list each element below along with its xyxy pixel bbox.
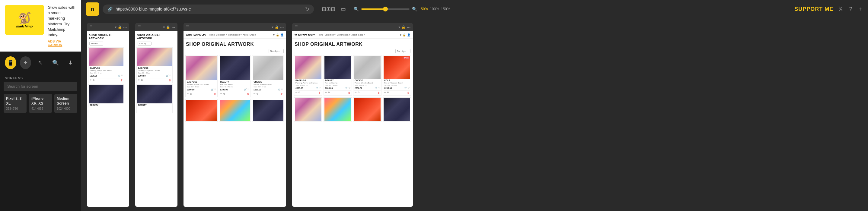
duplicate-icon-bagpuss-2[interactable]: ⧉ <box>141 79 143 82</box>
reload-button[interactable]: ↻ <box>305 6 309 12</box>
zoom-150[interactable]: 150% <box>441 7 450 11</box>
wish-btn-co4[interactable]: ♡ <box>408 87 409 89</box>
duplicate-icon-bagpuss-1[interactable]: ⧉ <box>93 79 94 82</box>
del-ch4[interactable]: 🗑 <box>378 91 380 94</box>
product-img-cola-4: SALE <box>383 56 410 79</box>
nav-shop-3[interactable]: Shop ▾ <box>250 34 256 36</box>
url-bar[interactable]: 🔗 https://8000-blue-magpie-af8xd7su.ws-e… <box>103 4 314 14</box>
dup-be3[interactable]: ⧉ <box>223 93 225 96</box>
heart-icon-1[interactable]: ♥ <box>115 25 117 29</box>
twitter-button[interactable]: 𝕏 <box>837 4 844 14</box>
nav-collection-4[interactable]: Collection ▾ <box>324 34 336 36</box>
frames-area: ☰ ♥ 🔒 ••• SHOP ORIGINALARTWORK Sort by..… <box>81 18 868 211</box>
dup-b3[interactable]: ⧉ <box>190 93 192 96</box>
tool-search-button[interactable]: 🔍 <box>50 56 61 69</box>
nav-user-4[interactable]: 👤 <box>407 33 410 36</box>
nav-commission-4[interactable]: Commission ▾ <box>337 34 350 36</box>
del-b4[interactable]: 🗑 <box>318 91 321 94</box>
cart-btn-bagpuss-1[interactable]: 🛒 <box>118 74 120 77</box>
wish-btn-b4[interactable]: ♡ <box>319 87 321 89</box>
dup-be4[interactable]: ⧉ <box>328 91 330 94</box>
cart-btn-ch3[interactable]: 🛒 <box>278 88 280 91</box>
sort-select-1[interactable]: Sort by... <box>89 42 103 45</box>
nav-heart-3[interactable]: ♥ <box>273 33 275 36</box>
dup-b4[interactable]: ⧉ <box>299 91 300 94</box>
ads-via-carbon-link[interactable]: ADS VIA CARBON <box>48 39 76 47</box>
wish-btn-be3[interactable]: ♡ <box>247 88 249 91</box>
dup-ch3[interactable]: ⧉ <box>256 93 258 96</box>
del-b3[interactable]: 🗑 <box>214 93 216 96</box>
wishlist-btn-bagpuss-2[interactable]: ♡ <box>169 74 171 77</box>
cart-btn-ch4[interactable]: 🛒 <box>375 87 378 89</box>
dots-icon-1[interactable]: ••• <box>123 25 127 29</box>
tool-phone-button[interactable]: 📱 <box>5 56 16 69</box>
cart-btn-b3[interactable]: 🛒 <box>211 88 214 91</box>
wishlist-btn-bagpuss-1[interactable]: ♡ <box>121 74 123 77</box>
sort-select-4[interactable]: Sort by... <box>395 49 410 54</box>
heart-icon-3[interactable]: ♥ <box>272 25 274 29</box>
edit-icon-bagpuss-2[interactable]: ✏ <box>138 79 140 82</box>
nav-collection-3[interactable]: Collection ▾ <box>216 34 227 36</box>
cart-btn-co4[interactable]: 🛒 <box>404 87 407 89</box>
zoom-100[interactable]: 100% <box>430 7 439 11</box>
wish-btn-ch4[interactable]: ♡ <box>378 87 380 89</box>
nav-user-3[interactable]: 👤 <box>280 33 284 36</box>
tool-download-button[interactable]: ⬇ <box>65 56 76 69</box>
sort-select-2[interactable]: Sort by... <box>137 42 152 45</box>
edit-icon-bagpuss-1[interactable]: ✏ <box>90 79 92 82</box>
hamburger-icon-2[interactable]: ☰ <box>137 25 141 29</box>
heart-icon-2[interactable]: ♥ <box>163 25 165 29</box>
screen-card-iphone[interactable]: iPhone XR, XS 414×896 <box>29 94 52 113</box>
edit-ch3[interactable]: ✏ <box>253 93 256 96</box>
nav-home-4[interactable]: Home <box>318 34 323 36</box>
product-r2d-frame4 <box>383 97 411 122</box>
zoom-50[interactable]: 50% <box>421 7 428 11</box>
del-co4[interactable]: 🗑 <box>407 91 409 94</box>
nav-home-3[interactable]: Home <box>209 34 215 36</box>
heart-icon-4[interactable]: ♥ <box>398 25 401 29</box>
tool-cursor-button[interactable]: ✦ <box>20 56 31 69</box>
screen-card-medium[interactable]: Medium Screen 1024×800 <box>54 94 77 113</box>
cart-btn-b4[interactable]: 🛒 <box>316 87 318 89</box>
delete-icon-bagpuss-1[interactable]: 🗑 <box>120 79 123 82</box>
wish-btn-ch3[interactable]: ♡ <box>281 88 283 91</box>
hamburger-icon-1[interactable]: ☰ <box>89 25 93 29</box>
nav-about-3[interactable]: About <box>243 34 248 36</box>
delete-icon-bagpuss-2[interactable]: 🗑 <box>169 79 171 82</box>
grid-view-button[interactable]: ⊞⊞⊞ <box>320 4 337 13</box>
help-button[interactable]: ? <box>848 4 854 14</box>
del-be4[interactable]: 🗑 <box>348 91 350 94</box>
wish-btn-b3[interactable]: ♡ <box>214 88 216 91</box>
dots-icon-2[interactable]: ••• <box>172 25 175 29</box>
support-me-button[interactable]: SUPPORT ME <box>794 6 833 12</box>
wish-btn-be4[interactable]: ♡ <box>349 87 350 89</box>
nav-about-4[interactable]: About <box>351 34 357 36</box>
dup-ch4[interactable]: ⧉ <box>358 91 360 94</box>
search-input[interactable] <box>4 82 77 91</box>
nav-commission-3[interactable]: Commission ▾ <box>228 34 242 36</box>
edit-b3[interactable]: ✏ <box>187 93 189 96</box>
nav-heart-4[interactable]: ♥ <box>400 33 401 36</box>
del-ch3[interactable]: 🗑 <box>280 93 283 96</box>
tool-pointer-button[interactable]: ↖ <box>35 56 46 69</box>
edit-co4[interactable]: ✏ <box>384 91 386 94</box>
screen-card-pixel[interactable]: Pixel 3, 3 XL 393×786 <box>4 94 27 113</box>
edit-be3[interactable]: ✏ <box>220 93 222 96</box>
del-be3[interactable]: 🗑 <box>247 93 249 96</box>
cart-btn-bagpuss-2[interactable]: 🛒 <box>166 74 169 77</box>
sort-select-3[interactable]: Sort by... <box>269 49 284 54</box>
dup-co4[interactable]: ⧉ <box>387 91 389 94</box>
cart-btn-be3[interactable]: 🛒 <box>244 88 247 91</box>
edit-be4[interactable]: ✏ <box>325 91 327 94</box>
rect-view-button[interactable]: ▭ <box>339 4 348 13</box>
add-button[interactable]: + <box>857 4 863 14</box>
hamburger-icon-4[interactable]: ☰ <box>294 25 298 29</box>
hamburger-icon-3[interactable]: ☰ <box>186 25 189 29</box>
dots-icon-3[interactable]: ••• <box>280 25 284 29</box>
edit-ch4[interactable]: ✏ <box>354 91 357 94</box>
edit-b4[interactable]: ✏ <box>296 91 298 94</box>
cart-btn-be4[interactable]: 🛒 <box>345 87 348 89</box>
nav-shop-4[interactable]: Shop ▾ <box>358 34 365 36</box>
zoom-slider[interactable] <box>361 8 409 10</box>
dots-icon-4[interactable]: ••• <box>407 25 410 29</box>
